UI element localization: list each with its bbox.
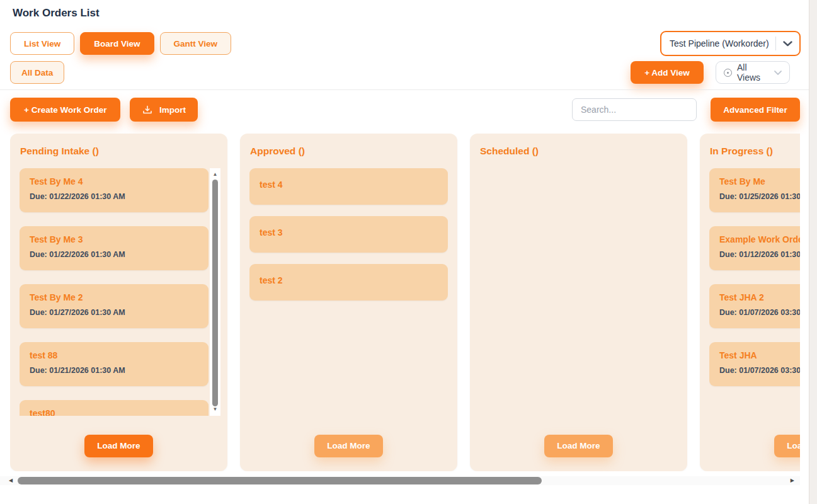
- card-list: test 4test 3test 2: [249, 168, 448, 416]
- all-views-label: All Views: [737, 62, 769, 83]
- work-order-card[interactable]: Test JHA 2Due: 01/07/2026 03:30: [709, 284, 800, 328]
- radio-target-icon: [724, 69, 732, 77]
- card-title: test 88: [30, 350, 198, 360]
- search-input[interactable]: [572, 98, 697, 121]
- load-more-button[interactable]: Load More: [314, 435, 382, 457]
- column-title: Pending Intake (): [10, 134, 227, 157]
- column-title: Approved (): [240, 134, 457, 157]
- all-data-button[interactable]: All Data: [10, 61, 64, 84]
- tab-gantt-view[interactable]: Gantt View: [160, 32, 232, 55]
- import-button[interactable]: Import: [130, 98, 198, 122]
- horizontal-scrollbar[interactable]: ◀ ▶: [0, 476, 800, 485]
- work-order-card[interactable]: test 4: [249, 168, 448, 205]
- work-order-card[interactable]: Test By Me 2Due: 01/27/2026 01:30 AM: [20, 284, 209, 328]
- card-due-date: Due: 01/27/2026 01:30 AM: [30, 308, 198, 317]
- pipeline-select-value: Test Pipeline (Workorder): [661, 38, 775, 49]
- work-order-card[interactable]: Test JHADue: 01/07/2026 03:30: [709, 342, 800, 386]
- work-orders-page: Work Orders List List ViewBoard ViewGant…: [0, 0, 817, 504]
- chevron-down-icon: [774, 71, 782, 75]
- download-icon: [142, 104, 153, 115]
- advanced-filter-button[interactable]: Advanced Filter: [711, 98, 800, 122]
- load-more-row: Load More: [470, 435, 687, 457]
- all-views-dropdown[interactable]: All Views: [716, 61, 790, 84]
- page-vertical-scrollbar[interactable]: [809, 0, 817, 504]
- card-title: Test By Me 3: [30, 234, 198, 244]
- card-title: Test JHA 2: [719, 292, 800, 302]
- card-due-date: Due: 01/07/2026 03:30: [719, 366, 800, 375]
- chevron-down-icon: [783, 41, 792, 47]
- column-scheduled: Scheduled ()Load More: [470, 134, 687, 471]
- work-order-card[interactable]: Test By Me 3Due: 01/22/2026 01:30 AM: [20, 226, 209, 270]
- load-more-button[interactable]: Load More: [774, 435, 800, 457]
- card-due-date: Due: 01/22/2026 01:30 AM: [30, 192, 198, 201]
- card-due-date: Due: 01/22/2026 01:30 AM: [30, 250, 198, 259]
- card-title: Test By Me 4: [30, 176, 198, 186]
- card-title: Test JHA: [719, 350, 800, 360]
- card-list: [479, 168, 678, 416]
- card-due-date: Due: 01/07/2026 03:30: [719, 308, 800, 317]
- scroll-down-icon[interactable]: ▼: [210, 406, 220, 413]
- horizontal-scrollbar-thumb[interactable]: [18, 477, 542, 484]
- work-order-card[interactable]: test 2: [249, 264, 448, 301]
- card-list: Test By Me 4Due: 01/22/2026 01:30 AMTest…: [20, 168, 220, 416]
- header-divider: [0, 89, 809, 90]
- column-pending-intake: Pending Intake ()Test By Me 4Due: 01/22/…: [10, 134, 227, 471]
- create-work-order-button[interactable]: + Create Work Order: [10, 98, 120, 122]
- card-due-date: Due: 01/25/2026 01:30: [719, 192, 800, 201]
- load-more-row: Load More: [10, 435, 227, 457]
- column-title: Scheduled (): [470, 134, 687, 157]
- scroll-up-icon[interactable]: ▲: [210, 171, 220, 178]
- load-more-row: Load More: [700, 435, 800, 457]
- view-tabs: List ViewBoard ViewGantt View: [10, 32, 231, 55]
- card-due-date: Due: 01/12/2026 01:30: [719, 250, 800, 259]
- pipeline-select-divider: [775, 37, 776, 50]
- work-order-card[interactable]: Test By Me 4Due: 01/22/2026 01:30 AM: [20, 168, 209, 212]
- card-title: test80: [30, 408, 198, 416]
- work-order-card[interactable]: test 3: [249, 216, 448, 253]
- import-label: Import: [159, 105, 186, 115]
- work-order-card[interactable]: Example Work OrdeDue: 01/12/2026 01:30: [709, 226, 800, 270]
- tab-list-view[interactable]: List View: [10, 32, 74, 55]
- scroll-left-icon[interactable]: ◀: [9, 476, 13, 485]
- add-view-button[interactable]: + Add View: [631, 61, 704, 84]
- work-order-card[interactable]: Test By MeDue: 01/25/2026 01:30: [709, 168, 800, 212]
- page-title: Work Orders List: [13, 7, 100, 20]
- card-title: test 4: [260, 180, 438, 190]
- work-order-card[interactable]: test 88Due: 01/21/2026 01:30 AM: [20, 342, 209, 386]
- column-scrollbar-thumb[interactable]: [212, 180, 218, 406]
- load-more-row: Load More: [240, 435, 457, 457]
- column-in-progress: In Progress ()Test By MeDue: 01/25/2026 …: [700, 134, 800, 471]
- scroll-right-icon[interactable]: ▶: [791, 476, 794, 485]
- column-approved: Approved ()test 4test 3test 2Load More: [240, 134, 457, 471]
- work-order-card[interactable]: test80: [20, 400, 209, 416]
- load-more-button[interactable]: Load More: [84, 435, 152, 457]
- card-list: Test By MeDue: 01/25/2026 01:30Example W…: [709, 168, 800, 416]
- card-title: Test By Me 2: [30, 292, 198, 302]
- card-due-date: Due: 01/21/2026 01:30 AM: [30, 366, 198, 375]
- card-title: test 2: [260, 275, 438, 285]
- card-title: Example Work Orde: [719, 234, 800, 244]
- column-vertical-scrollbar[interactable]: ▲▼: [210, 168, 220, 416]
- column-title: In Progress (): [700, 134, 800, 157]
- load-more-button[interactable]: Load More: [544, 435, 612, 457]
- card-title: test 3: [260, 227, 438, 238]
- tab-board-view[interactable]: Board View: [80, 32, 154, 55]
- pipeline-select[interactable]: Test Pipeline (Workorder): [660, 31, 801, 56]
- kanban-board: Pending Intake ()Test By Me 4Due: 01/22/…: [10, 134, 800, 471]
- card-title: Test By Me: [719, 176, 800, 186]
